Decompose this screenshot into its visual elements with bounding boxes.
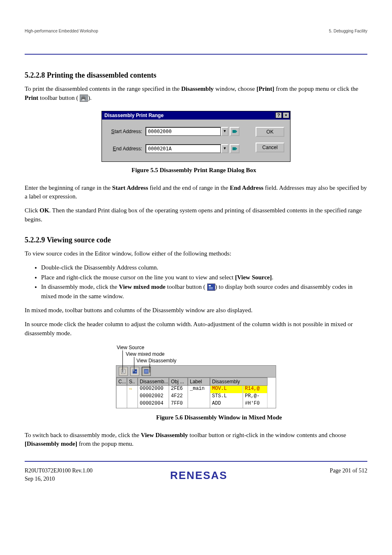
bottom-divider bbox=[25, 461, 367, 462]
svg-rect-17 bbox=[133, 371, 137, 372]
view-source-icon[interactable] bbox=[119, 367, 128, 376]
list-item: Place and right-click the mouse cursor o… bbox=[41, 273, 367, 282]
pc-arrow-icon: ⇨ bbox=[127, 386, 138, 393]
section-path: 5. Debugging Facility bbox=[329, 29, 367, 33]
chevron-down-icon[interactable]: ▼ bbox=[221, 127, 228, 136]
svg-marker-4 bbox=[236, 130, 238, 133]
help-icon[interactable]: ? bbox=[275, 112, 282, 118]
svg-rect-5 bbox=[233, 147, 236, 150]
figure-mixed-mode: View Source View mixed mode View Disasse… bbox=[116, 345, 276, 408]
end-address-input[interactable] bbox=[145, 144, 221, 153]
top-divider bbox=[25, 54, 367, 55]
callout-label: View mixed mode bbox=[126, 351, 165, 357]
column-header[interactable]: Label bbox=[188, 378, 210, 386]
figure-caption: Figure 5.6 Disassembly Window in Mixed M… bbox=[156, 414, 367, 421]
svg-rect-9 bbox=[209, 287, 213, 288]
list-item: In disassembly mode, click the View mixe… bbox=[41, 282, 367, 302]
svg-rect-1 bbox=[82, 96, 85, 97]
label-picker-icon[interactable] bbox=[230, 144, 240, 153]
paragraph: To switch back to disassembly mode, clic… bbox=[25, 431, 367, 449]
paragraph: Enter the beginning of range in the Star… bbox=[25, 184, 367, 202]
svg-rect-10 bbox=[209, 288, 213, 289]
start-address-label: Start Address: bbox=[108, 129, 142, 134]
doc-title: High-performance Embedded Workshop bbox=[25, 29, 98, 33]
svg-rect-20 bbox=[145, 371, 148, 372]
label-picker-icon[interactable] bbox=[230, 127, 240, 136]
page-number: Page 201 of 512 bbox=[330, 467, 367, 474]
cancel-button[interactable]: Cancel bbox=[256, 143, 284, 152]
svg-rect-8 bbox=[209, 285, 211, 286]
section-heading-viewsource: 5.2.2.9 Viewing source code bbox=[25, 236, 367, 244]
callout-label: View Disassembly bbox=[136, 358, 176, 364]
svg-text:RENESAS: RENESAS bbox=[170, 469, 228, 481]
svg-rect-21 bbox=[145, 372, 148, 373]
close-icon[interactable]: × bbox=[283, 112, 289, 118]
svg-marker-6 bbox=[236, 147, 238, 150]
column-header[interactable]: C... bbox=[116, 378, 127, 386]
doc-date: Sep 16, 2010 bbox=[25, 476, 92, 482]
mixed-mode-icon bbox=[207, 283, 215, 291]
paragraph: Click OK. Then the standard Print dialog… bbox=[25, 206, 367, 224]
doc-ref: R20UT0372EJ0100 Rev.1.00 bbox=[25, 467, 92, 474]
figure-caption: Figure 5.5 Disassembly Print Range Dialo… bbox=[131, 167, 367, 174]
svg-rect-19 bbox=[145, 370, 148, 371]
print-icon bbox=[80, 94, 88, 102]
svg-rect-2 bbox=[82, 99, 85, 101]
table-row: ⇨ 000020002FE6_mainMOV.LR14,@ bbox=[116, 386, 276, 393]
figure-print-range-dialog: Disassembly Print Range ? × Start Addres… bbox=[101, 111, 291, 162]
paragraph: To view source codes in the Editor windo… bbox=[25, 249, 367, 258]
section-heading-print: 5.2.2.8 Printing the disassembled conten… bbox=[25, 71, 367, 80]
view-mixed-mode-icon[interactable] bbox=[130, 367, 139, 376]
start-address-input[interactable] bbox=[145, 127, 221, 136]
table-row: 000020047FF0ADD#H'F0 bbox=[116, 401, 276, 408]
column-header[interactable]: Obj ... bbox=[169, 378, 188, 386]
paragraph: In source mode click the header column t… bbox=[25, 320, 367, 338]
svg-rect-3 bbox=[233, 130, 236, 133]
dialog-title: Disassembly Print Range bbox=[104, 113, 164, 118]
column-header[interactable]: S.. bbox=[127, 378, 138, 386]
table-row: 000020024F22STS.LPR,@- bbox=[116, 393, 276, 401]
paragraph: In mixed mode, toolbar buttons and colum… bbox=[25, 306, 367, 315]
column-header[interactable]: Disassemb... bbox=[138, 378, 169, 386]
end-address-label: End Address: bbox=[108, 146, 142, 152]
callout-label: View Source bbox=[117, 345, 144, 350]
paragraph: To print the disassembled contents in th… bbox=[25, 85, 367, 103]
renesas-logo: RENESAS bbox=[170, 469, 252, 484]
ok-button[interactable]: OK bbox=[256, 127, 284, 137]
chevron-down-icon[interactable]: ▼ bbox=[221, 144, 228, 153]
column-header[interactable]: Disassembly bbox=[210, 378, 267, 386]
list-item: Double-click the Disassembly Address col… bbox=[41, 263, 367, 272]
